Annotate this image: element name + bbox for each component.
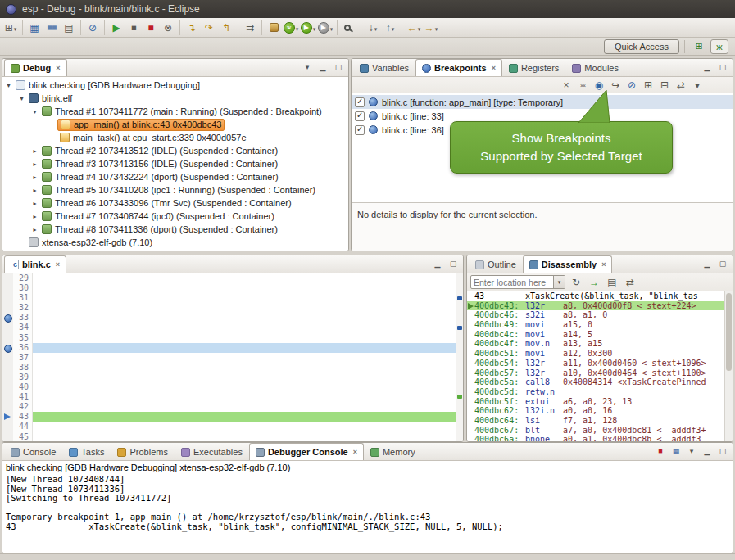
tab-close-icon[interactable] — [492, 64, 496, 72]
open-perspective-icon[interactable]: ⊞ — [690, 39, 708, 54]
gutter-marker[interactable] — [2, 323, 13, 332]
goto-pc-icon[interactable]: → — [586, 274, 602, 290]
tree-twisty-icon[interactable]: ▸ — [30, 174, 39, 181]
search-icon[interactable] — [341, 20, 357, 35]
tree-twisty-icon[interactable]: ▸ — [30, 187, 39, 194]
show-source-icon[interactable]: ▤ — [604, 274, 620, 290]
tree-twisty-icon[interactable]: ▸ — [30, 160, 39, 168]
debug-perspective-icon[interactable]: ж — [710, 39, 728, 54]
tab-close-icon[interactable] — [56, 64, 60, 72]
breakpoints-view-menu-icon[interactable]: ▾ — [690, 79, 705, 93]
maximize-icon[interactable]: ▢ — [447, 258, 460, 270]
gutter-marker[interactable] — [2, 402, 13, 412]
tab-registers[interactable]: Registers — [502, 59, 565, 76]
minimize-icon[interactable]: ▁ — [701, 445, 714, 458]
debug-tree-row[interactable]: app_main() at blink.c:43 0x400dbc43 — [2, 118, 348, 131]
debug-tree-row[interactable]: ▸ Thread #8 1073411336 (dport) (Suspende… — [2, 223, 348, 236]
disassembly-scrollbar[interactable] — [724, 291, 733, 442]
gutter-marker[interactable] — [2, 432, 13, 442]
editor-line[interactable]: 36 gpio_set_level(BLINK_GPIO, 1); — [2, 343, 456, 353]
overview-ruler[interactable] — [456, 273, 463, 442]
disassembly-line[interactable]: 400dbc67: blt a7, a0, 0x400dbc81 <__addd… — [467, 426, 724, 436]
minimize-icon[interactable]: ▁ — [316, 61, 329, 74]
next-annotation-icon[interactable]: ↓ — [365, 20, 381, 35]
disassembly-line[interactable]: 400dbc5f: extui a6, a0, 23, 13 — [467, 397, 724, 407]
quick-access-button[interactable]: Quick Access — [604, 39, 679, 54]
disassembly-line[interactable]: 400dbc62: l32i.n a0, a0, 16 — [467, 406, 724, 416]
tree-twisty-icon[interactable]: ▸ — [30, 213, 39, 220]
gutter-marker[interactable] — [2, 303, 13, 313]
run-icon[interactable]: ▶ — [300, 20, 316, 35]
disassembly-line[interactable]: 43 xTaskCreate(&blink_task, "blink_tas — [467, 291, 724, 301]
disassembly-line[interactable]: 400dbc46: s32i a8, a1, 0 — [467, 310, 724, 320]
disassembly-line[interactable]: 400dbc49: movi a15, 0 — [467, 320, 724, 330]
gutter-marker[interactable] — [2, 382, 13, 392]
maximize-icon[interactable]: ▢ — [716, 61, 729, 74]
overview-mark-breakpoint[interactable] — [457, 326, 462, 330]
minimize-icon[interactable]: ▁ — [431, 258, 444, 270]
editor-line[interactable]: 35 /* Blink on (output high) */ — [2, 333, 456, 343]
disassembly-line[interactable]: 400dbc43: l32r a8, 0x400d00f8 <_stext+22… — [467, 301, 724, 311]
tab-debugger-console[interactable]: Debugger Console — [249, 443, 364, 460]
gutter-marker[interactable] — [2, 412, 13, 422]
tab-variables[interactable]: Variables — [353, 59, 415, 76]
gutter-marker[interactable] — [2, 353, 13, 363]
minimize-icon[interactable]: ▁ — [701, 61, 714, 74]
breakpoint-checkbox[interactable] — [355, 97, 365, 107]
previous-annotation-icon[interactable]: ↑ — [382, 20, 398, 35]
disassembly-line[interactable]: 400dbc5a: call8 0x40084314 <xTaskCreateP… — [467, 377, 724, 387]
maximize-icon[interactable]: ▢ — [716, 445, 729, 458]
minimize-icon[interactable]: ▁ — [701, 258, 714, 270]
disassembly-line[interactable]: 400dbc6a: bnone a0, a1, 0x400dbc8b <__ad… — [467, 435, 724, 442]
view-menu-icon[interactable]: ▾ — [301, 61, 314, 74]
disassembly-line[interactable]: 400dbc4f: mov.n a13, a15 — [467, 339, 724, 349]
tree-twisty-icon[interactable]: ▸ — [30, 200, 39, 207]
debug-icon[interactable]: ж — [283, 20, 299, 35]
tab-memory[interactable]: Memory — [364, 443, 422, 460]
location-dropdown-icon[interactable]: ▾ — [553, 276, 565, 288]
location-input[interactable] — [471, 278, 553, 287]
debug-tree-row[interactable]: ▾ Thread #1 1073411772 (main : Running) … — [2, 105, 348, 118]
tab-close-icon[interactable] — [353, 448, 357, 456]
editor-line[interactable]: 31 while(1) { — [2, 293, 456, 303]
debug-tree-row[interactable]: ▸ Thread #4 1073432224 (dport) (Suspende… — [2, 170, 348, 183]
tab-outline[interactable]: Outline — [469, 255, 523, 273]
back-history-icon[interactable]: ← — [406, 20, 422, 35]
disassembly-line[interactable]: 400dbc5d: retw.n — [467, 387, 724, 397]
debug-tree-row[interactable]: ▸ Thread #2 1073413512 (IDLE) (Suspended… — [2, 144, 348, 157]
tab-debug[interactable]: Debug — [4, 59, 67, 76]
disconnect-icon[interactable]: ⊗ — [160, 20, 176, 35]
breakpoint-row[interactable]: blink.c [function: app_main] [type: Temp… — [352, 95, 733, 109]
window-titlebar[interactable]: esp - Debug - blink/main/blink.c - Eclip… — [0, 0, 735, 18]
expand-all-icon[interactable]: ⊞ — [641, 79, 656, 93]
overview-mark-breakpoint[interactable] — [457, 296, 462, 300]
editor-line[interactable]: 40 — [2, 382, 456, 392]
editor-line[interactable]: 33 gpio_set_level(BLINK_GPIO, 0); — [2, 313, 456, 323]
gutter-marker[interactable] — [2, 373, 13, 382]
editor-line[interactable]: 45 — [2, 432, 456, 442]
tree-twisty-icon[interactable]: ▾ — [17, 95, 26, 102]
resume-icon[interactable]: ▶ — [108, 20, 125, 35]
editor-line[interactable]: 30 gpio_set_direction(BLINK_GPIO, GPIO_M… — [2, 283, 456, 293]
editor-line[interactable]: 34 vTaskDelay(1000 / portTICK_PERIOD_MS)… — [2, 323, 456, 332]
overview-mark-current-line[interactable] — [457, 395, 462, 399]
new-wizard-icon[interactable]: ⊞ — [2, 20, 19, 35]
editor-line[interactable]: 32 /* Blink off (output low) */ — [2, 303, 456, 313]
debug-tree-row[interactable]: xtensa-esp32-elf-gdb (7.10) — [2, 236, 348, 249]
disassembly-line[interactable]: 400dbc64: lsi f7, a1, 128 — [467, 416, 724, 426]
gutter-marker[interactable] — [2, 363, 13, 373]
tree-twisty-icon[interactable]: ▾ — [30, 108, 39, 115]
tab-close-icon[interactable] — [601, 260, 606, 269]
display-selected-console-icon[interactable]: ▦ — [669, 445, 683, 458]
tab-breakpoints[interactable]: Breakpoints — [415, 59, 502, 76]
scrollbar-thumb[interactable] — [726, 293, 732, 371]
disassembly-line[interactable]: 400dbc54: l32r a11, 0x400d0460 <_stext+1… — [467, 359, 724, 368]
instruction-stepping-icon[interactable]: ⇉ — [242, 20, 258, 35]
editor-line[interactable]: 38 } — [2, 363, 456, 373]
gutter-marker[interactable] — [2, 343, 13, 353]
disassembly-line[interactable]: 400dbc51: movi a12, 0x300 — [467, 349, 724, 359]
tab-close-icon[interactable] — [56, 260, 60, 269]
save-icon[interactable]: ▦ — [26, 20, 43, 35]
tab-modules[interactable]: Modules — [565, 59, 625, 76]
tab-disassembly[interactable]: Disassembly — [523, 255, 613, 273]
